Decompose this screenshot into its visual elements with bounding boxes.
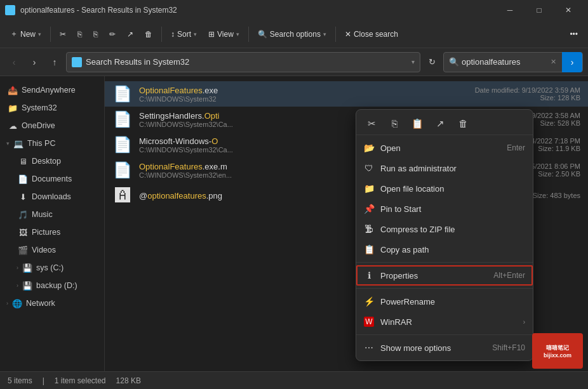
sidebar-item-d-drive[interactable]: › 💾 backup (D:) bbox=[13, 277, 102, 294]
sidebar-item-system32[interactable]: 📁 System32 bbox=[3, 99, 102, 117]
cdrive-icon: 💾 bbox=[22, 263, 32, 273]
ctx-delete-button[interactable]: 🗑 bbox=[453, 115, 473, 133]
address-bar: ‹ › ↑ Search Results in System32 ▾ ↻ 🔍 o… bbox=[0, 48, 588, 76]
png-icon-5: 🅰 bbox=[115, 187, 130, 204]
ctx-pin-start[interactable]: 📌 Pin to Start bbox=[356, 199, 533, 219]
sidebar-label-downloads: Downloads bbox=[32, 192, 71, 201]
forward-button[interactable]: › bbox=[25, 53, 43, 71]
titlebar: optionalfeatures - Search Results in Sys… bbox=[0, 0, 588, 20]
paste-button[interactable]: ⎘ bbox=[88, 24, 103, 44]
new-icon: ＋ bbox=[10, 29, 18, 39]
delete-icon: 🗑 bbox=[145, 30, 152, 39]
thispc-icon: 💻 bbox=[13, 138, 23, 148]
search-clear-button[interactable]: ✕ bbox=[547, 56, 559, 69]
minimize-button[interactable]: ─ bbox=[495, 0, 525, 20]
mum-icon-3: 📄 bbox=[113, 136, 132, 154]
mui-icon-4: 📄 bbox=[113, 161, 132, 179]
delete-button[interactable]: 🗑 bbox=[140, 24, 157, 44]
search-go-button[interactable]: › bbox=[562, 52, 582, 72]
sidebar-item-desktop[interactable]: 🖥 Desktop bbox=[13, 152, 102, 170]
toolbar-sep-3 bbox=[248, 27, 249, 42]
copy-button[interactable]: ⎘ bbox=[72, 24, 87, 44]
file-item-1[interactable]: 📄 OptionalFeatures.exe C:\WINDOWS\System… bbox=[105, 81, 588, 107]
maximize-button[interactable]: □ bbox=[525, 0, 554, 20]
sidebar-item-videos[interactable]: 🎬 Videos bbox=[13, 241, 102, 259]
sidebar-label-documents: Documents bbox=[32, 175, 72, 183]
more-icon: ••• bbox=[570, 30, 578, 39]
status-sep-1: | bbox=[43, 376, 44, 385]
cut-button[interactable]: ✂ bbox=[55, 24, 71, 44]
exe-icon-1: 📄 bbox=[113, 85, 132, 103]
ctx-powerrename[interactable]: ⚡ PowerRename bbox=[356, 291, 533, 312]
search-options-icon: 🔍 bbox=[258, 30, 267, 39]
ctx-run-admin-label: Run as administrator bbox=[380, 164, 525, 173]
ctx-winrar[interactable]: W WinRAR › bbox=[356, 312, 533, 332]
search-query-text: optionalfeatures bbox=[462, 57, 544, 67]
cut-icon: ✂ bbox=[60, 30, 66, 39]
sort-button[interactable]: ↕ Sort ▾ bbox=[166, 24, 202, 44]
toolbar: ＋ New ▾ ✂ ⎘ ⎘ ✏ ↗ 🗑 ↕ Sort ▾ ⊞ View ▾ 🔍 … bbox=[0, 20, 588, 48]
sidebar-item-documents[interactable]: 📄 Documents bbox=[13, 170, 102, 188]
ctx-open-shortcut: Enter bbox=[507, 143, 525, 152]
new-button[interactable]: ＋ New ▾ bbox=[5, 24, 46, 44]
more-button[interactable]: ••• bbox=[565, 24, 583, 44]
ctx-run-admin-icon: 🛡 bbox=[364, 163, 374, 173]
music-icon: 🎵 bbox=[18, 209, 28, 220]
watermark: 嘻嘻笔记 bijixx.com bbox=[532, 333, 583, 369]
thispc-expand-icon: ▾ bbox=[6, 140, 10, 147]
ctx-winrar-icon: W bbox=[364, 317, 374, 327]
back-button[interactable]: ‹ bbox=[5, 53, 23, 71]
ctx-copy-path-label: Copy as path bbox=[380, 245, 525, 254]
sidebar-item-onedrive[interactable]: ☁ OneDrive bbox=[3, 117, 102, 135]
new-chevron-icon: ▾ bbox=[38, 31, 41, 37]
view-label: View bbox=[217, 30, 234, 39]
up-button[interactable]: ↑ bbox=[46, 53, 63, 71]
refresh-button[interactable]: ↻ bbox=[423, 53, 441, 71]
file-name-highlight-1: OptionalFeatures bbox=[139, 86, 203, 95]
file-icon-3: 📄 bbox=[112, 135, 133, 155]
sidebar-item-music[interactable]: 🎵 Music bbox=[13, 206, 102, 223]
network-icon: 🌐 bbox=[12, 298, 22, 308]
ctx-paste-button[interactable]: 📋 bbox=[407, 115, 427, 133]
ctx-more-options[interactable]: ⋯ Show more options Shift+F10 bbox=[356, 338, 533, 358]
file-name-highlight-3: O bbox=[211, 136, 218, 146]
ctx-compress-zip[interactable]: 🗜 Compress to ZIP file bbox=[356, 219, 533, 239]
ctx-share-button[interactable]: ↗ bbox=[430, 115, 450, 133]
ctx-properties-shortcut: Alt+Enter bbox=[493, 271, 525, 280]
ctx-properties[interactable]: ℹ Properties Alt+Enter bbox=[356, 265, 533, 286]
ctx-open[interactable]: 📂 Open Enter bbox=[356, 138, 533, 158]
address-text: Search Results in System32 bbox=[86, 57, 408, 67]
sidebar-item-downloads[interactable]: ⬇ Downloads bbox=[13, 188, 102, 206]
ctx-run-admin[interactable]: 🛡 Run as administrator bbox=[356, 158, 533, 178]
ctx-winrar-arrow: › bbox=[523, 319, 525, 326]
ctx-more-options-icon: ⋯ bbox=[364, 343, 374, 353]
sidebar-item-thispc[interactable]: ▾ 💻 This PC bbox=[3, 135, 102, 152]
sidebar-item-sendanywhere[interactable]: 📤 SendAnywhere bbox=[3, 81, 102, 99]
ctx-cut-button[interactable]: ✂ bbox=[361, 115, 382, 133]
sidebar-item-pictures[interactable]: 🖼 Pictures bbox=[13, 223, 102, 241]
address-box[interactable]: Search Results in System32 ▾ bbox=[66, 52, 420, 72]
sidebar-item-network[interactable]: › 🌐 Network bbox=[3, 294, 102, 312]
view-button[interactable]: ⊞ View ▾ bbox=[203, 24, 244, 44]
ctx-zip-icon: 🗜 bbox=[364, 224, 374, 234]
sidebar-label-onedrive: OneDrive bbox=[22, 121, 55, 130]
search-options-button[interactable]: 🔍 Search options ▾ bbox=[253, 24, 331, 44]
toolbar-sep-2 bbox=[161, 27, 162, 42]
window-title: optionalfeatures - Search Results in Sys… bbox=[20, 6, 490, 15]
paste-icon: ⎘ bbox=[93, 30, 98, 39]
close-button[interactable]: ✕ bbox=[554, 0, 583, 20]
share-button[interactable]: ↗ bbox=[122, 24, 138, 44]
ctx-open-location[interactable]: 📁 Open file location bbox=[356, 178, 533, 199]
file-info-1: OptionalFeatures.exe C:\WINDOWS\System32 bbox=[139, 86, 469, 103]
file-icon-5: 🅰 bbox=[112, 185, 133, 206]
network-expand-icon: › bbox=[6, 300, 8, 307]
file-meta-1: Date modified: 9/19/2022 3:59 AM Size: 1… bbox=[475, 86, 580, 102]
close-search-button[interactable]: ✕ Close search bbox=[340, 24, 403, 44]
downloads-icon: ⬇ bbox=[18, 192, 28, 202]
ctx-copy-button[interactable]: ⎘ bbox=[384, 115, 404, 133]
ctx-copy-path[interactable]: 📋 Copy as path bbox=[356, 239, 533, 260]
sidebar-item-c-drive[interactable]: › 💾 sys (C:) bbox=[13, 259, 102, 277]
addr-chevron-icon: ▾ bbox=[411, 58, 415, 65]
rename-button[interactable]: ✏ bbox=[104, 24, 121, 44]
ctx-properties-icon: ℹ bbox=[364, 270, 374, 280]
